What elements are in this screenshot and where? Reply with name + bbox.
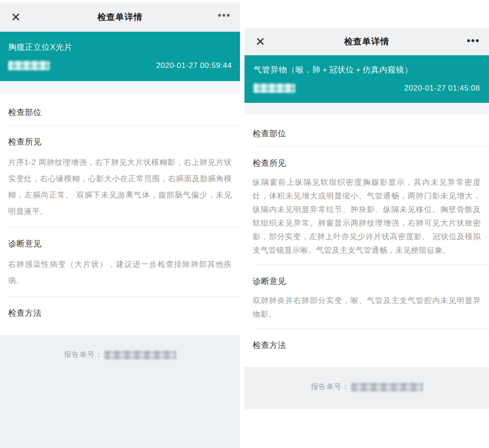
more-menu-icon[interactable]: ••• [467,38,480,43]
report-screen-right: ✕ 检查单详情 ••• 气管异物（喉，肺＋冠状位＋仿真内窥镜） 2020-01-… [244,0,489,448]
exam-name: 气管异物（喉，肺＋冠状位＋仿真内窥镜） [254,64,480,75]
section-diagnosis: 诊断意见 双肺肺炎并右肺部分实变，喉、气管及主支气管腔内未见明显异物影。 [244,276,489,321]
section-exam-site: 检查部位 [0,107,240,118]
section-diagnosis: 诊断意见 右肺感染性病变（大片状），建议进一步检查排除肺部其他疾病。 [0,238,240,289]
report-number-line: 报告单号： [0,335,240,360]
more-menu-icon[interactable]: ••• [218,13,231,18]
section-heading: 检查所见 [8,136,232,147]
report-screen-left: ✕ 检查单详情 ••• 胸腹正立位X光片 2020-01-27 00:59:44… [0,0,240,448]
section-method: 检查方法 [244,340,489,351]
divider [8,125,240,125]
top-strip [244,0,489,28]
section-exam-site: 检查部位 [244,128,489,139]
section-heading: 诊断意见 [8,238,232,249]
footer-area: 报告单号： [244,367,489,409]
report-number-label: 报告单号： [311,382,350,392]
section-findings: 检查所见 片序1-2 两肺纹理增强，右下肺见大片状模糊影，右上肺见片状实变灶，右… [0,136,240,220]
section-findings: 检查所见 纵隔窗前上纵隔见软组织密度胸腺影显示，其内未见异常密度灶，体积未见增大… [244,158,489,257]
section-method: 检查方法 [0,308,240,318]
divider [253,328,489,329]
page-title: 检查单详情 [0,11,240,23]
section-gap [0,81,240,93]
section-body: 右肺感染性病变（大片状），建议进一步检查排除肺部其他疾病。 [8,256,232,289]
divider [8,227,240,227]
section-heading: 检查部位 [253,128,481,139]
section-heading: 检查部位 [8,107,232,118]
bottom-strip [244,409,489,448]
page-title: 检查单详情 [244,36,489,48]
section-body: 片序1-2 两肺纹理增强，右下肺见大片状模糊影，右上肺见片状实变灶，右心缘模糊，… [8,154,232,220]
close-icon[interactable]: ✕ [255,36,265,48]
exam-name: 胸腹正立位X光片 [8,42,232,53]
screenshot-pair: ✕ 检查单详情 ••• 胸腹正立位X光片 2020-01-27 00:59:44… [0,0,489,448]
report-number-redacted [105,351,176,359]
section-heading: 检查方法 [253,340,481,351]
nav-bar: ✕ 检查单详情 ••• [0,3,240,32]
section-body: 纵隔窗前上纵隔见软组织密度胸腺影显示，其内未见异常密度灶，体积未见增大或明显缩小… [253,176,481,257]
section-heading: 检查所见 [253,158,481,169]
footer-area: 报告单号： [0,335,240,448]
report-number-line: 报告单号： [244,367,489,392]
patient-name-redacted [8,61,50,70]
divider [253,146,489,147]
section-heading: 检查方法 [8,308,232,318]
report-card: 检查部位 检查所见 片序1-2 两肺纹理增强，右下肺见大片状模糊影，右上肺见片状… [0,93,240,335]
report-card: 检查部位 检查所见 纵隔窗前上纵隔见软组织密度胸腺影显示，其内未见异常密度灶，体… [244,115,489,367]
section-body: 双肺肺炎并右肺部分实变，喉、气管及主支气管腔内未见明显异物影。 [253,294,481,321]
exam-datetime: 2020-01-27 01:45:08 [404,84,480,93]
close-icon[interactable]: ✕ [11,11,21,23]
section-heading: 诊断意见 [253,276,481,287]
report-number-redacted [351,383,423,391]
divider [253,265,489,265]
exam-banner: 气管异物（喉，肺＋冠状位＋仿真内窥镜） 2020-01-27 01:45:08 [244,55,489,103]
exam-datetime: 2020-01-27 00:59:44 [156,61,232,70]
nav-bar: ✕ 检查单详情 ••• [244,28,489,55]
patient-name-redacted [254,83,295,93]
section-gap [244,103,489,115]
divider [8,296,240,297]
report-number-label: 报告单号： [64,350,103,360]
exam-banner: 胸腹正立位X光片 2020-01-27 00:59:44 [0,32,240,81]
